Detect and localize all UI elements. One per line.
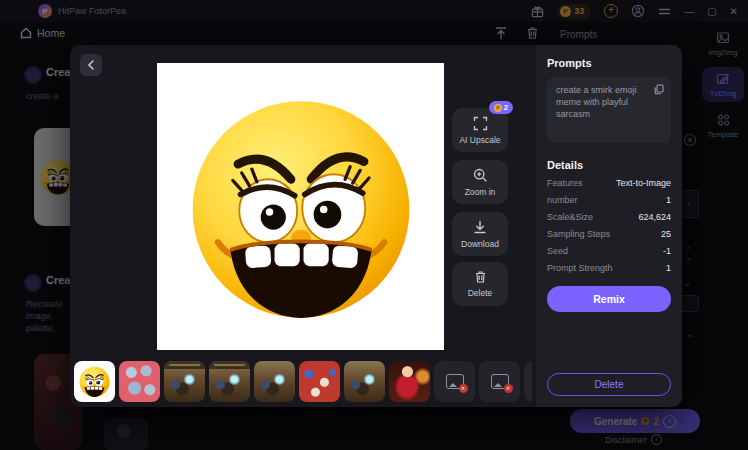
thumbnail-strip xyxy=(74,361,532,403)
broken-image-icon xyxy=(446,374,464,389)
download-button[interactable]: Download xyxy=(452,212,508,256)
thumbnail-placeholder[interactable] xyxy=(434,361,475,402)
thumbnail-cartoon-red[interactable] xyxy=(299,361,340,402)
prompt-text-box[interactable]: create a smirk emoji meme with playful s… xyxy=(547,77,671,143)
detail-row: Seed-1 xyxy=(547,246,671,256)
emoji-thumbnail-image xyxy=(77,364,112,399)
broken-image-icon xyxy=(491,374,509,389)
thumbnail-mine-banner[interactable] xyxy=(164,361,205,402)
detail-row: FeaturesText-to-Image xyxy=(547,178,671,188)
details-panel: Prompts create a smirk emoji meme with p… xyxy=(536,45,682,407)
chevron-left-icon xyxy=(87,60,95,70)
thumbnail-robots[interactable] xyxy=(119,361,160,402)
image-detail-modal: P 2 AI Upscale Zoom in Download Delete P… xyxy=(70,45,682,407)
coin-icon: P xyxy=(494,104,502,112)
delete-creation-button[interactable]: Delete xyxy=(547,373,671,396)
trash-icon xyxy=(474,270,487,284)
detail-row: number1 xyxy=(547,195,671,205)
delete-image-button[interactable]: Delete xyxy=(452,262,508,306)
download-icon xyxy=(473,220,487,235)
thumbnail-woman[interactable] xyxy=(389,361,430,402)
thumbnail-placeholder[interactable] xyxy=(479,361,520,402)
zoom-in-button[interactable]: Zoom in xyxy=(452,160,508,204)
detail-row: Prompt Strength1 xyxy=(547,263,671,273)
main-image xyxy=(157,63,444,350)
zoom-in-icon xyxy=(473,168,488,183)
back-button[interactable] xyxy=(80,54,102,76)
thumbnail-mine-banner[interactable] xyxy=(209,361,250,402)
emoji-image xyxy=(175,81,427,333)
thumbnail-emoji[interactable] xyxy=(74,361,115,402)
ai-upscale-button[interactable]: P 2 AI Upscale xyxy=(452,108,508,152)
detail-row: Scale&Size624,624 xyxy=(547,212,671,222)
thumbnail-mine[interactable] xyxy=(344,361,385,402)
details-heading: Details xyxy=(547,159,671,171)
prompts-heading: Prompts xyxy=(547,57,671,69)
thumbnail-mine[interactable] xyxy=(254,361,295,402)
thumbnail-placeholder[interactable] xyxy=(524,361,532,402)
upscale-icon xyxy=(473,116,488,131)
prompt-text: create a smirk emoji meme with playful s… xyxy=(556,85,637,119)
remix-button[interactable]: Remix xyxy=(547,286,671,312)
app-window: P HitPaw FotorPea P 33 + — ▢ ✕ Home xyxy=(0,0,748,450)
copy-icon[interactable] xyxy=(654,84,664,98)
detail-row: Sampling Steps25 xyxy=(547,229,671,239)
upscale-cost-badge: P 2 xyxy=(489,101,513,114)
